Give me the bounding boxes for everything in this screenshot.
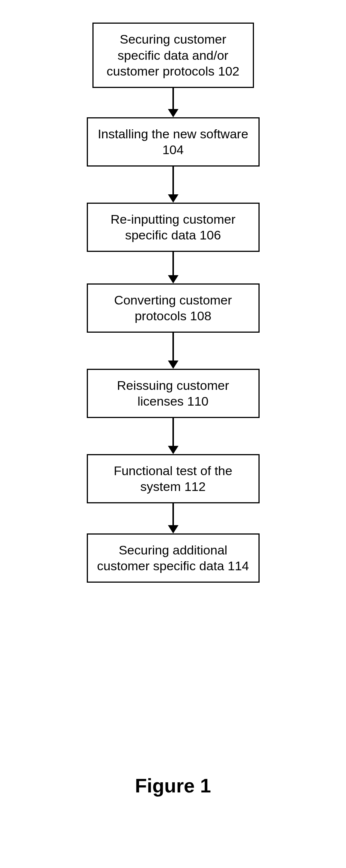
step-text: Installing the new software 104 (98, 127, 248, 157)
arrow-icon (168, 333, 178, 369)
arrow-head-icon (168, 275, 178, 283)
step-text: Securing additional customer specific da… (97, 543, 249, 573)
arrow-icon (168, 418, 178, 454)
step-text: Functional test of the system 112 (114, 464, 233, 494)
step-text: Securing customer specific data and/or c… (107, 32, 239, 78)
arrow-shaft (172, 167, 174, 194)
figure-caption: Figure 1 (0, 774, 346, 797)
arrow-shaft (172, 88, 174, 109)
step-box: Functional test of the system 112 (87, 454, 260, 503)
arrow-head-icon (168, 525, 178, 533)
step-text: Reissuing customer licenses 110 (117, 378, 229, 409)
arrow-head-icon (168, 109, 178, 117)
step-box: Installing the new software 104 (87, 117, 260, 167)
arrow-shaft (172, 418, 174, 446)
step-text: Converting customer protocols 108 (114, 293, 232, 323)
arrow-icon (168, 503, 178, 533)
step-box: Reissuing customer licenses 110 (87, 369, 260, 418)
arrow-icon (168, 167, 178, 203)
step-text: Re-inputting customer specific data 106 (110, 212, 236, 242)
arrow-head-icon (168, 194, 178, 203)
arrow-head-icon (168, 446, 178, 454)
arrow-shaft (172, 252, 174, 275)
step-box: Re-inputting customer specific data 106 (87, 203, 260, 252)
arrow-icon (168, 252, 178, 283)
page: Securing customer specific data and/or c… (0, 0, 346, 868)
arrow-shaft (172, 503, 174, 525)
step-box: Securing customer specific data and/or c… (92, 23, 254, 88)
flowchart: Securing customer specific data and/or c… (87, 23, 260, 583)
arrow-head-icon (168, 361, 178, 369)
arrow-shaft (172, 333, 174, 361)
step-box: Converting customer protocols 108 (87, 283, 260, 333)
step-box: Securing additional customer specific da… (87, 533, 260, 583)
arrow-icon (168, 88, 178, 117)
